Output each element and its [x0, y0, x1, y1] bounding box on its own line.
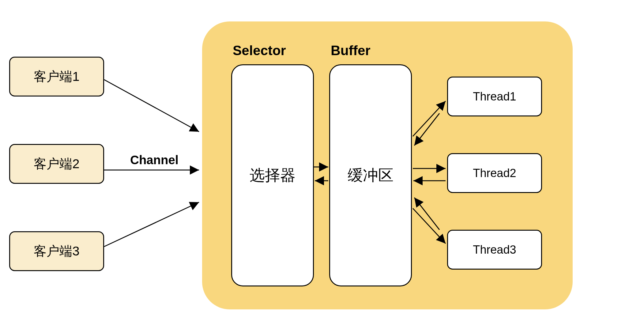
- diagram-canvas: 客户端1 客户端2 客户端3 Selector Buffer 选择器 缓冲区 T…: [0, 0, 644, 329]
- client-label: 客户端3: [34, 243, 79, 260]
- client-box-2: 客户端2: [9, 144, 104, 184]
- buffer-box: 缓冲区: [329, 64, 412, 286]
- selector-box: 选择器: [231, 64, 314, 286]
- client-label: 客户端2: [34, 155, 79, 172]
- client-box-1: 客户端1: [9, 57, 104, 96]
- client-box-3: 客户端3: [9, 231, 104, 271]
- selector-header: Selector: [233, 43, 286, 58]
- arrow-client3-server: [104, 202, 199, 247]
- channel-label: Channel: [130, 153, 179, 167]
- arrow-client1-server: [104, 80, 199, 132]
- client-label: 客户端1: [34, 68, 79, 85]
- thread-label: Thread2: [473, 167, 516, 180]
- thread-box-1: Thread1: [447, 77, 542, 116]
- thread-box-2: Thread2: [447, 153, 542, 193]
- thread-box-3: Thread3: [447, 230, 542, 270]
- buffer-header: Buffer: [331, 43, 371, 58]
- buffer-label: 缓冲区: [348, 165, 394, 186]
- selector-label: 选择器: [250, 165, 296, 186]
- thread-label: Thread3: [473, 243, 516, 256]
- thread-label: Thread1: [473, 90, 516, 103]
